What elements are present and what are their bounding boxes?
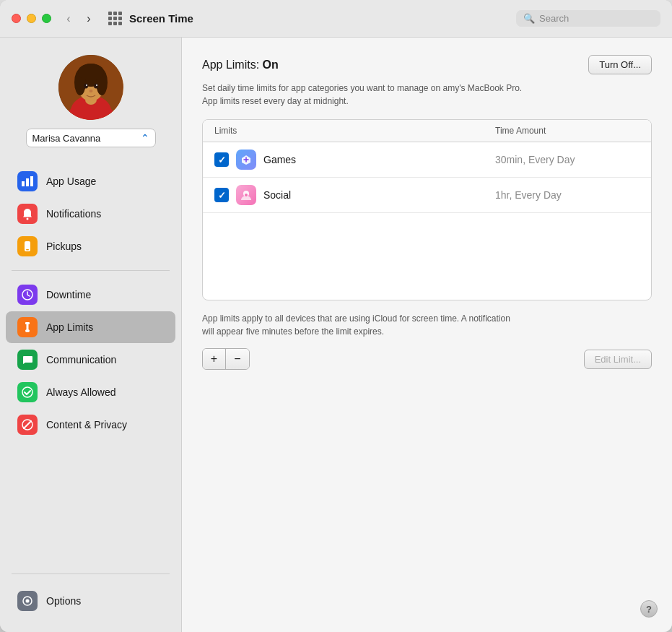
sidebar-item-always-allowed[interactable]: Always Allowed (6, 376, 175, 408)
nav-buttons: ‹ › (60, 10, 97, 27)
window-title: Screen Time (129, 12, 516, 25)
svg-rect-20 (26, 249, 29, 251)
app-limits-icon (17, 317, 38, 337)
svg-point-28 (26, 599, 30, 603)
user-selector[interactable]: Marisa Cavanna ⌃ (26, 129, 156, 147)
content-privacy-icon (17, 415, 38, 435)
social-icon (236, 185, 256, 205)
avatar-image (58, 55, 123, 120)
table-row[interactable]: ✓ Games 30min, Every Day (203, 142, 651, 178)
communication-icon (17, 350, 38, 370)
app-limits-header: App Limits: On Turn Off... (202, 55, 652, 74)
col-time-header: Time Amount (495, 126, 640, 136)
svg-point-12 (86, 85, 87, 86)
svg-point-18 (27, 218, 29, 220)
games-time: 30min, Every Day (495, 154, 640, 165)
svg-line-27 (24, 421, 31, 428)
svg-point-24 (25, 329, 30, 332)
sidebar-item-app-usage[interactable]: App Usage (6, 165, 175, 197)
social-time: 1hr, Every Day (495, 189, 640, 201)
main-wrapper: App Limits: On Turn Off... Set daily tim… (182, 38, 672, 632)
grid-button[interactable] (106, 10, 123, 27)
table-header: Limits Time Amount (203, 120, 651, 142)
options-icon (17, 591, 38, 611)
svg-rect-17 (30, 176, 33, 186)
sidebar-divider-1 (12, 270, 170, 271)
sidebar-item-communication[interactable]: Communication (6, 344, 175, 376)
sidebar-item-content-privacy[interactable]: Content & Privacy (6, 409, 175, 441)
always-allowed-icon (17, 382, 38, 402)
sidebar-item-pickups[interactable]: Pickups (6, 230, 175, 262)
back-button[interactable]: ‹ (60, 10, 77, 27)
sidebar-section-bottom: Options (0, 579, 181, 620)
titlebar: ‹ › Screen Time 🔍 (0, 0, 672, 38)
sidebar-label-app-usage: App Usage (46, 176, 96, 187)
check-mark: ✓ (218, 155, 226, 165)
social-checkbox[interactable]: ✓ (214, 188, 229, 202)
minimize-button[interactable] (27, 14, 36, 23)
app-usage-icon (17, 171, 38, 191)
bottom-controls: + − Edit Limit... (202, 348, 652, 370)
sidebar-label-always-allowed: Always Allowed (46, 386, 116, 398)
sidebar-label-downtime: Downtime (46, 289, 91, 300)
limits-table: Limits Time Amount ✓ Gam (202, 119, 652, 300)
svg-point-11 (94, 84, 98, 89)
close-button[interactable] (12, 14, 21, 23)
svg-point-10 (84, 84, 88, 89)
user-section: Marisa Cavanna ⌃ (0, 49, 181, 162)
maximize-button[interactable] (42, 14, 51, 23)
svg-rect-16 (26, 178, 29, 186)
sidebar-section-top: App Usage Notifications (0, 162, 181, 266)
sidebar-divider-2 (12, 573, 170, 574)
sidebar-label-options: Options (46, 595, 81, 607)
sidebar-label-pickups: Pickups (46, 241, 82, 252)
games-label: Games (263, 154, 495, 165)
downtime-icon (17, 285, 38, 305)
table-row[interactable]: ✓ Social 1hr, Every Day (203, 178, 651, 213)
remove-limit-button[interactable]: − (226, 349, 249, 369)
search-icon: 🔍 (523, 13, 535, 24)
traffic-lights (12, 14, 51, 23)
sidebar-item-notifications[interactable]: Notifications (6, 198, 175, 230)
svg-rect-22 (25, 322, 30, 324)
forward-button[interactable]: › (80, 10, 97, 27)
games-icon (236, 150, 256, 170)
sidebar-label-app-limits: App Limits (46, 321, 93, 333)
description-text: Set daily time limits for app categories… (202, 82, 652, 108)
footer-note: App limits apply to all devices that are… (202, 312, 652, 338)
sidebar-label-content-privacy: Content & Privacy (46, 419, 127, 430)
search-bar[interactable]: 🔍 (516, 10, 660, 27)
svg-point-13 (96, 85, 97, 86)
sidebar-label-communication: Communication (46, 354, 116, 365)
add-remove-buttons: + − (202, 348, 250, 370)
svg-point-14 (89, 90, 92, 92)
social-label: Social (263, 189, 495, 201)
grid-icon (108, 12, 122, 25)
edit-limit-button[interactable]: Edit Limit... (584, 350, 652, 369)
content-area: Marisa Cavanna ⌃ App Usage (0, 38, 672, 632)
help-button[interactable]: ? (640, 600, 658, 618)
chevron-icon: ⌃ (141, 132, 149, 144)
sidebar-item-options[interactable]: Options (6, 585, 175, 617)
pickups-icon (17, 236, 38, 256)
main-content: App Limits: On Turn Off... Set daily tim… (182, 38, 672, 632)
turn-off-button[interactable]: Turn Off... (588, 55, 652, 74)
svg-point-31 (245, 194, 248, 196)
col-limits-header: Limits (214, 126, 495, 136)
add-limit-button[interactable]: + (203, 349, 226, 369)
sidebar: Marisa Cavanna ⌃ App Usage (0, 38, 182, 632)
sidebar-label-notifications: Notifications (46, 208, 101, 220)
search-input[interactable] (539, 13, 653, 24)
sidebar-item-downtime[interactable]: Downtime (6, 279, 175, 311)
title-status: On (263, 59, 279, 71)
sidebar-section-mid: Downtime App Limits (0, 275, 181, 444)
empty-row (203, 213, 651, 300)
avatar (58, 55, 123, 120)
user-name: Marisa Cavanna (32, 133, 138, 144)
check-mark: ✓ (218, 190, 226, 201)
games-checkbox[interactable]: ✓ (214, 152, 229, 167)
app-limits-title: App Limits: On (202, 59, 279, 72)
sidebar-item-app-limits[interactable]: App Limits (6, 311, 175, 343)
svg-point-9 (78, 64, 104, 81)
svg-rect-15 (22, 181, 25, 186)
